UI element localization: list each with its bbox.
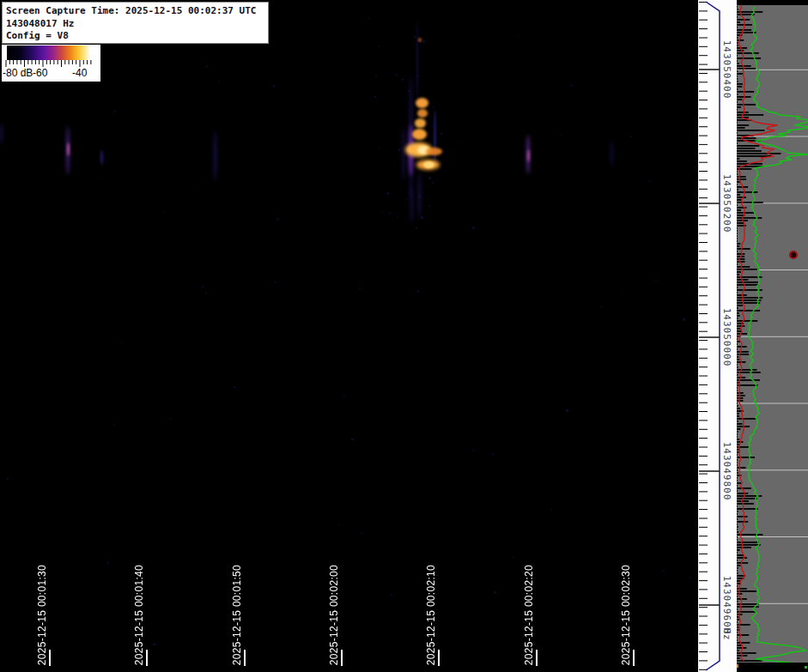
- colorbar-label-max: -40: [72, 67, 87, 79]
- noise-speckle: [401, 79, 404, 82]
- signal-event: [527, 149, 530, 162]
- time-axis-tick: [146, 650, 148, 666]
- noise-speckle: [113, 424, 115, 426]
- noise-speckle: [428, 197, 429, 198]
- noise-speckle: [648, 180, 650, 182]
- noise-speckle: [386, 192, 389, 195]
- colorbar-gradient: [7, 45, 92, 60]
- noise-speckle: [448, 160, 449, 160]
- time-axis-tick: [341, 650, 343, 666]
- time-axis-label: 2025-12-15 00:01:50: [231, 565, 243, 665]
- time-axis-label: 2025-12-15 00:02:20: [523, 565, 535, 665]
- marker-dot: [790, 251, 797, 258]
- time-axis-tick: [244, 650, 246, 666]
- noise-speckle: [397, 215, 398, 217]
- noise-speckle: [414, 36, 416, 38]
- noise-speckle: [100, 177, 101, 178]
- signal-event: [67, 142, 70, 156]
- noise-speckle: [434, 207, 435, 208]
- time-axis-label: 2025-12-15 00:02:30: [620, 565, 632, 665]
- noise-speckle: [343, 396, 345, 397]
- noise-speckle: [566, 409, 568, 412]
- noise-speckle: [379, 45, 380, 47]
- noise-speckle: [433, 106, 434, 108]
- noise-speckle: [472, 449, 475, 451]
- noise-speckle: [621, 292, 622, 293]
- noise-speckle: [218, 81, 220, 82]
- time-axis-label: 2025-12-15 00:02:10: [425, 565, 437, 665]
- noise-speckle: [389, 212, 392, 215]
- signal-event: [415, 118, 426, 128]
- noise-speckle: [516, 34, 517, 35]
- noise-speckle: [600, 306, 601, 307]
- frequency-axis: Hz 1430504001430502001430500001430498001…: [698, 0, 737, 672]
- noise-speckle: [545, 586, 546, 587]
- noise-speckle: [375, 75, 377, 76]
- time-axis-label: 2025-12-15 00:02:00: [328, 565, 340, 665]
- noise-speckle: [113, 111, 115, 112]
- spectrum-plot: [737, 0, 808, 672]
- noise-speckle: [518, 199, 519, 200]
- noise-speckle: [690, 577, 691, 578]
- noise-speckle: [197, 190, 198, 191]
- noise-speckle: [465, 143, 465, 144]
- noise-speckle: [432, 182, 434, 184]
- noise-speckle: [351, 439, 354, 441]
- colorbar-label-min: -80 dB: [3, 67, 33, 79]
- config-text: Config = V8: [6, 30, 268, 43]
- signal-event: [416, 98, 428, 108]
- noise-speckle: [273, 85, 276, 88]
- noise-speckle: [374, 96, 375, 97]
- noise-speckle: [581, 33, 583, 35]
- capture-info-box: Screen Capture Time: 2025-12-15 00:02:37…: [2, 2, 269, 44]
- noise-speckle: [428, 177, 430, 179]
- noise-speckle: [395, 163, 397, 165]
- signal-event: [423, 161, 434, 168]
- noise-speckle: [401, 135, 403, 136]
- signal-event: [426, 148, 442, 155]
- noise-speckle: [361, 533, 361, 534]
- noise-speckle: [276, 218, 279, 221]
- noise-speckle: [663, 570, 665, 572]
- time-axis-tick: [536, 650, 538, 666]
- noise-speckle: [205, 292, 208, 294]
- time-axis-tick: [49, 650, 51, 666]
- noise-speckle: [416, 227, 417, 229]
- noise-speckle: [437, 126, 438, 127]
- frequency-axis-label: 143050000: [721, 308, 732, 367]
- noise-speckle: [417, 76, 419, 77]
- frequency-axis-label: 143049800: [721, 442, 732, 501]
- time-axis-label: 2025-12-15 00:01:40: [133, 565, 145, 665]
- colorbar-label-mid: -60: [33, 67, 47, 79]
- noise-speckle: [570, 84, 573, 87]
- noise-speckle: [396, 74, 398, 76]
- signal-event: [416, 21, 418, 100]
- noise-speckle: [422, 40, 425, 43]
- capture-time-text: Screen Capture Time: 2025-12-15 00:02:37…: [6, 5, 268, 18]
- noise-speckle: [391, 594, 392, 596]
- noise-speckle: [295, 215, 296, 217]
- noise-speckle: [418, 195, 421, 197]
- noise-speckle: [513, 556, 514, 558]
- noise-speckle: [205, 65, 207, 67]
- colorbar: -80 dB -60 -40: [2, 45, 100, 82]
- time-axis-tick: [438, 650, 440, 666]
- spectrum-panel: [737, 0, 808, 672]
- noise-speckle: [228, 548, 229, 548]
- noise-speckle: [234, 386, 235, 388]
- noise-speckle: [430, 110, 431, 111]
- noise-speckle: [419, 58, 420, 58]
- noise-speckle: [107, 562, 109, 564]
- noise-speckle: [379, 148, 380, 148]
- colorbar-tick-marks: [6, 60, 91, 67]
- noise-speckle: [423, 185, 425, 186]
- signal-event: [418, 38, 422, 42]
- signal-event: [410, 185, 413, 223]
- frequency-scale-line: [706, 2, 720, 670]
- noise-speckle: [630, 136, 632, 137]
- noise-speckle: [492, 453, 493, 454]
- noise-speckle: [655, 280, 658, 282]
- noise-speckle: [359, 288, 361, 289]
- screen: 2025-12-15 00:01:302025-12-15 00:01:4020…: [0, 0, 808, 672]
- noise-speckle: [338, 524, 340, 526]
